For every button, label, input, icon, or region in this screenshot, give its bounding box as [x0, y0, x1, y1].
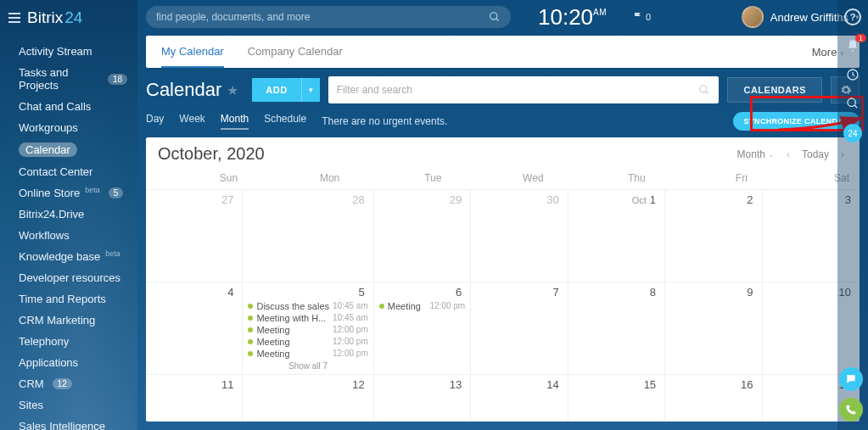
calendar-cell[interactable]: 9	[665, 282, 762, 375]
month-title: October, 2020	[158, 144, 265, 164]
flag-icon	[634, 12, 642, 22]
calendar-cell[interactable]: Oct1	[568, 190, 665, 282]
calendar-cell[interactable]: 12	[243, 375, 373, 422]
calendar-cell[interactable]: 13	[374, 375, 471, 422]
calendar-cell[interactable]: 28	[243, 190, 373, 282]
calendar-cell[interactable]: 4	[146, 282, 243, 375]
sidebar-item-developer-resources[interactable]: Developer resources	[0, 267, 137, 288]
page-title: Calendar ★	[146, 79, 238, 101]
sidebar-item-tasks-and-projects[interactable]: Tasks and Projects18	[0, 62, 137, 96]
add-dropdown[interactable]: ▾	[301, 78, 320, 102]
sidebar-item-workflows[interactable]: Workflows	[0, 225, 137, 246]
dow-header: Mon	[248, 169, 350, 189]
dow-row: SunMonTueWedThuFriSat	[146, 169, 860, 190]
prev-button[interactable]: ‹	[783, 147, 793, 162]
today-button[interactable]: Today	[802, 148, 829, 160]
sidebar-item-crm-marketing[interactable]: CRM Marketing	[0, 310, 137, 331]
calendar-cell[interactable]: 5Discuss the sales10:45 amMeeting with H…	[243, 282, 373, 375]
calendar-cell[interactable]: 14	[471, 375, 568, 422]
sidebar-item-chat-and-calls[interactable]: Chat and Calls	[0, 96, 137, 117]
view-tab-month[interactable]: Month	[221, 113, 249, 130]
call-fab[interactable]	[839, 398, 863, 422]
calendar-tabs: My CalendarCompany Calendar More ▾	[146, 36, 860, 68]
search-icon	[698, 84, 710, 96]
sidebar-item-time-and-reports[interactable]: Time and Reports	[0, 288, 137, 310]
right-rail: ? 1 24	[837, 0, 868, 430]
calendar-event[interactable]: Meeting with H...10:45 am	[248, 312, 367, 324]
sidebar: Bitrix24 Activity StreamTasks and Projec…	[0, 0, 137, 430]
hamburger-icon[interactable]	[8, 13, 20, 23]
sidebar-item-sites[interactable]: Sites	[0, 394, 137, 416]
calendar-event[interactable]: Meeting12:00 pm	[379, 300, 465, 312]
sidebar-item-bitrix24-drive[interactable]: Bitrix24.Drive	[0, 204, 137, 225]
calendar-cell[interactable]: 8	[568, 282, 665, 375]
notification-badge: 1	[855, 34, 866, 42]
brand-logo: Bitrix24	[27, 8, 82, 27]
calendar-cell[interactable]: 11	[146, 375, 243, 422]
calendar-cell[interactable]: 30	[471, 190, 568, 282]
calendar-cell[interactable]: 15	[568, 375, 665, 422]
sidebar-item-telephony[interactable]: Telephony	[0, 331, 137, 352]
tab-company-calendar[interactable]: Company Calendar	[248, 36, 343, 68]
view-tab-day[interactable]: Day	[146, 113, 164, 130]
sidebar-item-sales-intelligence[interactable]: Sales Intelligence	[0, 416, 137, 430]
sidebar-nav: Activity StreamTasks and Projects18Chat …	[0, 39, 137, 430]
notifications-icon[interactable]: 1	[844, 37, 861, 54]
rail-search-icon[interactable]	[844, 95, 861, 112]
main-area: 10:20AM 0 Andrew Griffiths ▾ My Calendar…	[137, 0, 868, 430]
filter-search-input[interactable]	[337, 84, 699, 96]
calendar-cell[interactable]: 6Meeting12:00 pm	[374, 282, 471, 375]
dow-header: Fri	[656, 169, 758, 189]
show-all-events[interactable]: Show all 7	[248, 361, 367, 371]
filter-search[interactable]	[328, 76, 720, 103]
add-button[interactable]: ADD	[252, 78, 300, 102]
svg-line-1	[496, 19, 499, 21]
star-icon[interactable]: ★	[227, 82, 238, 98]
urgent-events-text: There are no urgent events.	[322, 115, 447, 127]
chat-fab[interactable]	[839, 367, 863, 391]
calendar-cell[interactable]: 2	[665, 190, 762, 282]
search-icon	[489, 11, 501, 23]
calendar-cell[interactable]: 7	[471, 282, 568, 375]
dow-header: Thu	[554, 169, 656, 189]
tab-my-calendar[interactable]: My Calendar	[161, 36, 224, 68]
global-search-input[interactable]	[156, 11, 489, 23]
calendar-toolbar: Calendar ★ ADD ▾ CALENDARS	[137, 68, 868, 109]
calendar-event[interactable]: Meeting12:00 pm	[248, 336, 367, 348]
view-tab-week[interactable]: Week	[179, 113, 204, 130]
help-icon[interactable]: ?	[844, 8, 861, 25]
view-select[interactable]: Month ⌄	[737, 148, 775, 160]
svg-point-2	[700, 86, 707, 92]
calendar-cell[interactable]: 29	[374, 190, 471, 282]
sidebar-item-workgroups[interactable]: Workgroups	[0, 117, 137, 138]
calendar-event[interactable]: Discuss the sales10:45 am	[248, 300, 367, 312]
dow-header: Wed	[451, 169, 553, 189]
calendar-event[interactable]: Meeting12:00 pm	[248, 348, 367, 360]
dow-header: Tue	[350, 169, 451, 189]
global-search[interactable]	[146, 6, 511, 28]
svg-point-0	[490, 13, 497, 20]
view-tab-schedule[interactable]: Schedule	[264, 113, 306, 130]
clock: 10:20AM	[538, 4, 607, 31]
calendar-cell[interactable]: 27	[146, 190, 243, 282]
calendar-cell[interactable]: 16	[665, 375, 762, 422]
flag-indicator[interactable]: 0	[634, 12, 651, 22]
avatar	[742, 6, 764, 28]
calendar-body: October, 2020 Month ⌄ ‹ Today › SunMonTu…	[146, 137, 860, 422]
view-bar: DayWeekMonthSchedule There are no urgent…	[137, 109, 868, 137]
sidebar-item-applications[interactable]: Applications	[0, 352, 137, 373]
sidebar-item-crm[interactable]: CRM12	[0, 373, 137, 394]
calendar-grid: 27282930Oct12345Discuss the sales10:45 a…	[146, 190, 860, 422]
sidebar-item-knowledge-base[interactable]: Knowledge basebeta	[0, 246, 137, 267]
calendars-button[interactable]: CALENDARS	[727, 77, 822, 103]
svg-line-3	[706, 92, 708, 94]
bitrix24-icon[interactable]: 24	[843, 124, 862, 142]
sidebar-item-contact-center[interactable]: Contact Center	[0, 161, 137, 182]
sidebar-item-online-store[interactable]: Online Storebeta5	[0, 182, 137, 204]
sidebar-item-activity-stream[interactable]: Activity Stream	[0, 41, 137, 62]
svg-point-5	[848, 98, 855, 106]
dow-header: Sun	[146, 169, 248, 189]
sidebar-item-calendar[interactable]: Calendar	[0, 138, 137, 161]
calendar-event[interactable]: Meeting12:00 pm	[248, 324, 367, 336]
clock-icon[interactable]	[844, 66, 861, 83]
